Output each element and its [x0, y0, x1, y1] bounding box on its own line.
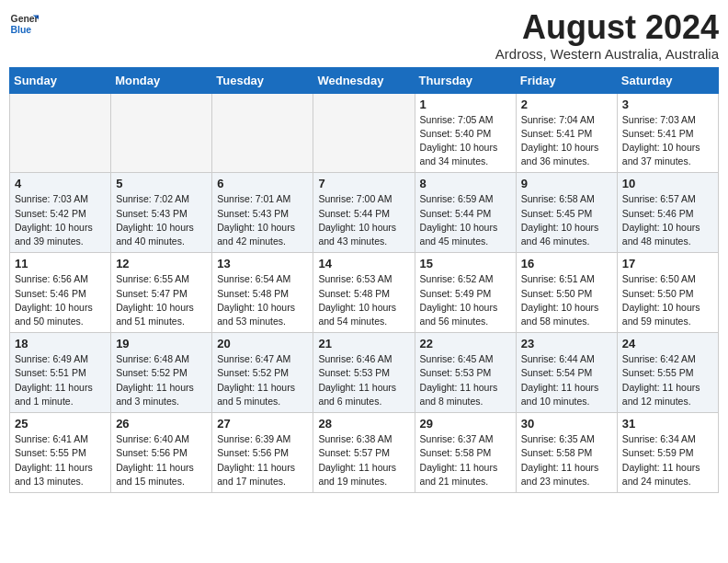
day-info: Sunrise: 6:45 AM Sunset: 5:53 PM Dayligh…: [420, 352, 511, 408]
calendar-cell: 24Sunrise: 6:42 AM Sunset: 5:55 PM Dayli…: [617, 333, 718, 413]
calendar-cell: 21Sunrise: 6:46 AM Sunset: 5:53 PM Dayli…: [313, 333, 415, 413]
calendar-cell: 27Sunrise: 6:39 AM Sunset: 5:56 PM Dayli…: [212, 413, 313, 493]
calendar-title: August 2024: [495, 9, 719, 46]
day-number: 7: [318, 177, 409, 190]
calendar-cell: 3Sunrise: 7:03 AM Sunset: 5:41 PM Daylig…: [617, 93, 718, 173]
day-number: 29: [420, 417, 511, 431]
calendar-cell: 12Sunrise: 6:55 AM Sunset: 5:47 PM Dayli…: [111, 253, 212, 333]
day-number: 10: [622, 177, 713, 190]
calendar-cell: 5Sunrise: 7:02 AM Sunset: 5:43 PM Daylig…: [111, 173, 212, 253]
day-info: Sunrise: 6:39 AM Sunset: 5:56 PM Dayligh…: [217, 432, 308, 488]
day-number: 4: [15, 177, 106, 190]
calendar-week-row: 1Sunrise: 7:05 AM Sunset: 5:40 PM Daylig…: [10, 93, 719, 173]
weekday-header-friday: Friday: [516, 67, 617, 93]
calendar-cell: 7Sunrise: 7:00 AM Sunset: 5:44 PM Daylig…: [313, 173, 415, 253]
calendar-cell: [313, 93, 415, 173]
calendar-cell: 14Sunrise: 6:53 AM Sunset: 5:48 PM Dayli…: [313, 253, 415, 333]
day-info: Sunrise: 7:04 AM Sunset: 5:41 PM Dayligh…: [521, 113, 612, 169]
logo: General Blue: [9, 9, 39, 39]
day-number: 26: [116, 417, 207, 431]
calendar-table: SundayMondayTuesdayWednesdayThursdayFrid…: [9, 67, 719, 493]
day-info: Sunrise: 6:34 AM Sunset: 5:59 PM Dayligh…: [622, 432, 713, 488]
day-info: Sunrise: 6:58 AM Sunset: 5:45 PM Dayligh…: [521, 192, 612, 248]
day-info: Sunrise: 6:41 AM Sunset: 5:55 PM Dayligh…: [15, 432, 106, 488]
day-number: 20: [217, 337, 308, 350]
day-number: 14: [318, 257, 409, 270]
calendar-week-row: 25Sunrise: 6:41 AM Sunset: 5:55 PM Dayli…: [10, 413, 719, 493]
title-block: August 2024 Ardross, Western Australia, …: [495, 9, 719, 62]
calendar-cell: 26Sunrise: 6:40 AM Sunset: 5:56 PM Dayli…: [111, 413, 212, 493]
calendar-cell: 13Sunrise: 6:54 AM Sunset: 5:48 PM Dayli…: [212, 253, 313, 333]
day-number: 28: [318, 417, 409, 431]
day-number: 6: [217, 177, 308, 190]
calendar-subtitle: Ardross, Western Australia, Australia: [495, 46, 719, 62]
day-number: 18: [15, 337, 106, 350]
calendar-cell: [10, 93, 111, 173]
calendar-cell: 9Sunrise: 6:58 AM Sunset: 5:45 PM Daylig…: [516, 173, 617, 253]
day-number: 3: [622, 98, 713, 111]
day-number: 11: [15, 257, 106, 270]
day-info: Sunrise: 6:51 AM Sunset: 5:50 PM Dayligh…: [521, 272, 612, 328]
weekday-header-tuesday: Tuesday: [212, 67, 313, 93]
calendar-cell: 6Sunrise: 7:01 AM Sunset: 5:43 PM Daylig…: [212, 173, 313, 253]
day-info: Sunrise: 6:44 AM Sunset: 5:54 PM Dayligh…: [521, 352, 612, 408]
weekday-header-wednesday: Wednesday: [313, 67, 415, 93]
calendar-cell: 18Sunrise: 6:49 AM Sunset: 5:51 PM Dayli…: [10, 333, 111, 413]
calendar-cell: 4Sunrise: 7:03 AM Sunset: 5:42 PM Daylig…: [10, 173, 111, 253]
day-info: Sunrise: 6:42 AM Sunset: 5:55 PM Dayligh…: [622, 352, 713, 408]
weekday-header-monday: Monday: [111, 67, 212, 93]
weekday-header-row: SundayMondayTuesdayWednesdayThursdayFrid…: [10, 67, 719, 93]
day-info: Sunrise: 7:00 AM Sunset: 5:44 PM Dayligh…: [318, 192, 409, 248]
calendar-cell: 29Sunrise: 6:37 AM Sunset: 5:58 PM Dayli…: [415, 413, 516, 493]
calendar-cell: [212, 93, 313, 173]
weekday-header-thursday: Thursday: [415, 67, 516, 93]
calendar-cell: [111, 93, 212, 173]
calendar-cell: 30Sunrise: 6:35 AM Sunset: 5:58 PM Dayli…: [516, 413, 617, 493]
calendar-cell: 31Sunrise: 6:34 AM Sunset: 5:59 PM Dayli…: [617, 413, 718, 493]
day-info: Sunrise: 6:35 AM Sunset: 5:58 PM Dayligh…: [521, 432, 612, 488]
day-number: 27: [217, 417, 308, 431]
calendar-cell: 23Sunrise: 6:44 AM Sunset: 5:54 PM Dayli…: [516, 333, 617, 413]
day-info: Sunrise: 6:38 AM Sunset: 5:57 PM Dayligh…: [318, 432, 409, 488]
day-number: 24: [622, 337, 713, 350]
day-info: Sunrise: 6:57 AM Sunset: 5:46 PM Dayligh…: [622, 192, 713, 248]
day-info: Sunrise: 6:52 AM Sunset: 5:49 PM Dayligh…: [420, 272, 511, 328]
calendar-cell: 28Sunrise: 6:38 AM Sunset: 5:57 PM Dayli…: [313, 413, 415, 493]
day-number: 19: [116, 337, 207, 350]
weekday-header-saturday: Saturday: [617, 67, 718, 93]
day-info: Sunrise: 6:54 AM Sunset: 5:48 PM Dayligh…: [217, 272, 308, 328]
day-info: Sunrise: 6:46 AM Sunset: 5:53 PM Dayligh…: [318, 352, 409, 408]
weekday-header-sunday: Sunday: [10, 67, 111, 93]
calendar-cell: 10Sunrise: 6:57 AM Sunset: 5:46 PM Dayli…: [617, 173, 718, 253]
calendar-cell: 2Sunrise: 7:04 AM Sunset: 5:41 PM Daylig…: [516, 93, 617, 173]
calendar-cell: 17Sunrise: 6:50 AM Sunset: 5:50 PM Dayli…: [617, 253, 718, 333]
svg-text:Blue: Blue: [11, 25, 32, 35]
calendar-cell: 11Sunrise: 6:56 AM Sunset: 5:46 PM Dayli…: [10, 253, 111, 333]
day-number: 5: [116, 177, 207, 190]
day-number: 15: [420, 257, 511, 270]
day-number: 2: [521, 98, 612, 111]
day-info: Sunrise: 7:01 AM Sunset: 5:43 PM Dayligh…: [217, 192, 308, 248]
calendar-cell: 15Sunrise: 6:52 AM Sunset: 5:49 PM Dayli…: [415, 253, 516, 333]
day-number: 25: [15, 417, 106, 431]
day-number: 31: [622, 417, 713, 431]
day-number: 16: [521, 257, 612, 270]
day-info: Sunrise: 6:53 AM Sunset: 5:48 PM Dayligh…: [318, 272, 409, 328]
calendar-cell: 22Sunrise: 6:45 AM Sunset: 5:53 PM Dayli…: [415, 333, 516, 413]
calendar-cell: 19Sunrise: 6:48 AM Sunset: 5:52 PM Dayli…: [111, 333, 212, 413]
day-number: 22: [420, 337, 511, 350]
calendar-cell: 25Sunrise: 6:41 AM Sunset: 5:55 PM Dayli…: [10, 413, 111, 493]
calendar-cell: 1Sunrise: 7:05 AM Sunset: 5:40 PM Daylig…: [415, 93, 516, 173]
calendar-week-row: 4Sunrise: 7:03 AM Sunset: 5:42 PM Daylig…: [10, 173, 719, 253]
day-number: 21: [318, 337, 409, 350]
day-info: Sunrise: 6:37 AM Sunset: 5:58 PM Dayligh…: [420, 432, 511, 488]
day-info: Sunrise: 6:49 AM Sunset: 5:51 PM Dayligh…: [15, 352, 106, 408]
calendar-cell: 8Sunrise: 6:59 AM Sunset: 5:44 PM Daylig…: [415, 173, 516, 253]
page-header: General Blue August 2024 Ardross, Wester…: [9, 9, 719, 62]
day-info: Sunrise: 6:48 AM Sunset: 5:52 PM Dayligh…: [116, 352, 207, 408]
logo-icon: General Blue: [9, 9, 39, 39]
day-info: Sunrise: 7:02 AM Sunset: 5:43 PM Dayligh…: [116, 192, 207, 248]
day-number: 23: [521, 337, 612, 350]
day-info: Sunrise: 7:03 AM Sunset: 5:41 PM Dayligh…: [622, 113, 713, 169]
day-info: Sunrise: 6:40 AM Sunset: 5:56 PM Dayligh…: [116, 432, 207, 488]
